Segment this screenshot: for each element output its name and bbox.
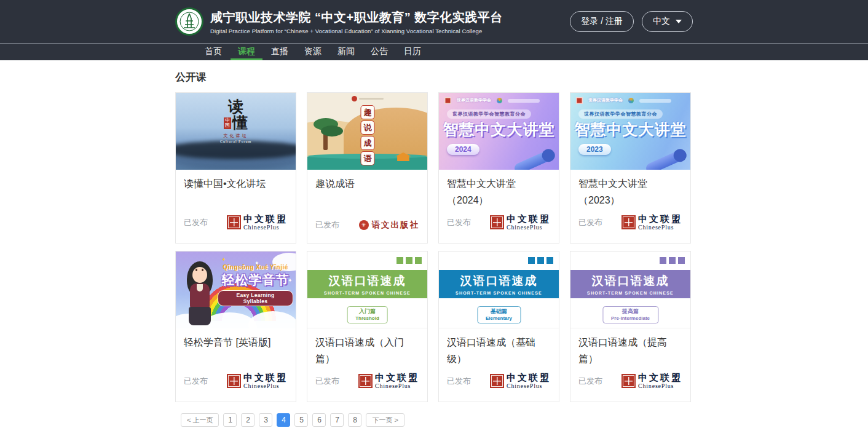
course-card-zhihui-2023[interactable]: 世界汉语教学学会 世界汉语教学学会智慧教育分会 智慧中文大讲堂 2023 智慧中…: [570, 92, 691, 244]
thumb-pinyin: Qīngsōng Xué Yīnjié: [218, 264, 293, 271]
course-card-hanyu-threshold[interactable]: 汉语口语速成 SHORT-TERM SPOKEN CHINESE 入门篇 Thr…: [307, 251, 428, 402]
pagination: < 上一页 1 2 3 4 5 6 7 8 下一页 >: [181, 413, 693, 427]
year-badge: 2023: [578, 144, 611, 155]
partner-logo-icon: [628, 98, 634, 103]
thumb-subtitle: SHORT-TERM SPOKEN CHINESE: [324, 291, 411, 295]
thumb-banner: Easy Learning Syllables: [218, 290, 293, 306]
prev-page-button[interactable]: < 上一页: [181, 413, 219, 427]
partner-logo-icon: [497, 98, 502, 103]
pine-tree-illustration: [323, 129, 328, 150]
level-badge: 入门篇 Threshold: [347, 306, 388, 323]
status-badge: 已发布: [315, 376, 339, 387]
course-thumbnail: 趣 说 成 语: [307, 93, 427, 170]
nav-item-live[interactable]: 直播: [264, 44, 296, 60]
thumb-seal: 中国: [224, 117, 231, 130]
nav-item-calendar[interactable]: 日历: [397, 44, 428, 60]
college-logo-icon: [175, 7, 203, 36]
chineseplus-seal-icon: [490, 374, 504, 388]
thumb-calligraphy: 读: [228, 99, 243, 115]
course-card-dudong[interactable]: 读 中国 懂 文化讲坛 Cultural Forum 读懂中国•文化讲坛 已发布: [175, 92, 296, 244]
language-selector[interactable]: 中文: [642, 11, 693, 32]
teacher-illustration: [182, 261, 218, 326]
course-card-qushuo[interactable]: 趣 说 成 语 趣说成语 已发布 ✳ 语文出版社: [307, 92, 428, 244]
page-button-6[interactable]: 6: [312, 413, 326, 427]
thumb-title: 智慧中文大讲堂: [570, 119, 690, 140]
status-badge: 已发布: [578, 217, 602, 228]
course-title: 智慧中文大讲堂（2024）: [447, 175, 551, 208]
society-logo-icon: [444, 97, 451, 104]
nav-item-news[interactable]: 新闻: [330, 44, 362, 60]
course-card-zhihui-2024[interactable]: 世界汉语教学学会 世界汉语教学学会智慧教育分会 智慧中文大讲堂 2024 智慧中…: [438, 92, 559, 244]
nav-item-resources[interactable]: 资源: [297, 44, 329, 60]
page-title: 公开课: [175, 60, 693, 92]
year-badge: 2024: [447, 144, 479, 155]
page-button-5[interactable]: 5: [294, 413, 308, 427]
course-thumbnail: 读 中国 懂 文化讲坛 Cultural Forum: [176, 93, 296, 170]
nav-item-announcements[interactable]: 公告: [363, 44, 395, 60]
chineseplus-logo: 中文联盟 ChinesePlus: [490, 215, 551, 231]
level-badge: 基础篇 Elementary: [477, 306, 521, 323]
language-label: 中文: [653, 16, 670, 27]
app-header: 咸宁职业技术学院 “中文+职业教育” 数字化实践平台 Digital Pract…: [0, 0, 868, 44]
chineseplus-logo: 中文联盟 ChinesePlus: [490, 373, 551, 389]
thumb-subtitle: SHORT-TERM SPOKEN CHINESE: [587, 291, 674, 295]
scroll-illustration: [513, 149, 554, 170]
status-badge: 已发布: [578, 376, 602, 387]
publisher-name: 中文联盟: [243, 215, 288, 224]
platform-subtitle: Digital Practice Platform for “Chinese +…: [210, 28, 503, 34]
status-badge: 已发布: [447, 376, 471, 387]
decorative-squares: [528, 257, 553, 264]
page-button-8[interactable]: 8: [348, 413, 361, 427]
page-button-3[interactable]: 3: [259, 413, 272, 427]
nav-item-home[interactable]: 首页: [197, 44, 229, 60]
course-card-qingsong[interactable]: ✦ ✦ ✦ ✦ Qīngsōng Xué Yīnjié 轻松学音节 Easy L…: [175, 251, 296, 402]
thumb-title-badges: 趣 说 成 语: [360, 105, 374, 165]
course-card-hanyu-elementary[interactable]: 汉语口语速成 SHORT-TERM SPOKEN CHINESE 基础篇 Ele…: [438, 251, 559, 402]
thumb-calligraphy: 懂: [232, 115, 248, 131]
chineseplus-logo: 中文联盟 ChinesePlus: [227, 373, 288, 389]
course-title: 汉语口语速成（提高篇）: [578, 334, 682, 367]
course-thumbnail: 世界汉语教学学会 世界汉语教学学会智慧教育分会 智慧中文大讲堂 2023: [570, 93, 690, 170]
press-dot-icon: [352, 96, 357, 101]
thumb-title: 汉语口语速成: [592, 273, 669, 289]
decorative-squares: [660, 257, 685, 264]
course-thumbnail: 汉语口语速成 SHORT-TERM SPOKEN CHINESE 提高篇 Pre…: [570, 252, 690, 328]
page-button-1[interactable]: 1: [223, 413, 237, 427]
login-register-button[interactable]: 登录 / 注册: [570, 11, 634, 32]
chineseplus-seal-icon: [621, 374, 636, 388]
decorative-squares: [397, 257, 422, 264]
nav-item-courses[interactable]: 课程: [231, 44, 262, 60]
course-card-hanyu-preintermediate[interactable]: 汉语口语速成 SHORT-TERM SPOKEN CHINESE 提高篇 Pre…: [570, 251, 691, 402]
star-icon: ✦: [221, 256, 226, 263]
society-name: 世界汉语教学学会: [588, 98, 623, 103]
status-badge: 已发布: [184, 217, 208, 228]
scroll-illustration: [644, 149, 685, 170]
course-title: 汉语口语速成（基础级）: [447, 334, 551, 367]
page-button-7[interactable]: 7: [330, 413, 344, 427]
thumb-caption-en: Cultural Forum: [220, 140, 251, 143]
next-page-button[interactable]: 下一页 >: [366, 413, 404, 427]
level-badge: 提高篇 Pre-Intermediate: [602, 306, 658, 323]
page-button-4-active[interactable]: 4: [277, 413, 290, 427]
course-title: 轻松学音节 [英语版]: [184, 334, 288, 351]
course-title: 趣说成语: [315, 175, 419, 192]
status-badge: 已发布: [315, 220, 339, 231]
course-title: 读懂中国•文化讲坛: [184, 175, 288, 192]
course-thumbnail: 汉语口语速成 SHORT-TERM SPOKEN CHINESE 入门篇 Thr…: [307, 252, 427, 328]
thumb-title: 智慧中文大讲堂: [439, 119, 559, 140]
course-thumbnail: 世界汉语教学学会 世界汉语教学学会智慧教育分会 智慧中文大讲堂 2024: [439, 93, 559, 170]
main-nav: 首页 课程 直播 资源 新闻 公告 日历: [0, 44, 868, 60]
course-thumbnail: 汉语口语速成 SHORT-TERM SPOKEN CHINESE 基础篇 Ele…: [439, 252, 559, 328]
thumb-caption: 文化讲坛: [224, 133, 248, 139]
chevron-down-icon: [676, 20, 682, 23]
chineseplus-seal-icon: [358, 374, 373, 388]
status-badge: 已发布: [184, 376, 208, 387]
page-button-2[interactable]: 2: [241, 413, 254, 427]
chineseplus-logo: 中文联盟 ChinesePlus: [227, 215, 288, 231]
chineseplus-seal-icon: [490, 215, 504, 229]
login-register-label: 登录 / 注册: [581, 16, 623, 27]
course-grid: 读 中国 懂 文化讲坛 Cultural Forum 读懂中国•文化讲坛 已发布: [175, 92, 693, 402]
publisher-name: 语文出版社: [372, 220, 420, 231]
thumb-subtitle: SHORT-TERM SPOKEN CHINESE: [456, 291, 542, 295]
yuwen-press-icon: ✳: [359, 220, 369, 230]
